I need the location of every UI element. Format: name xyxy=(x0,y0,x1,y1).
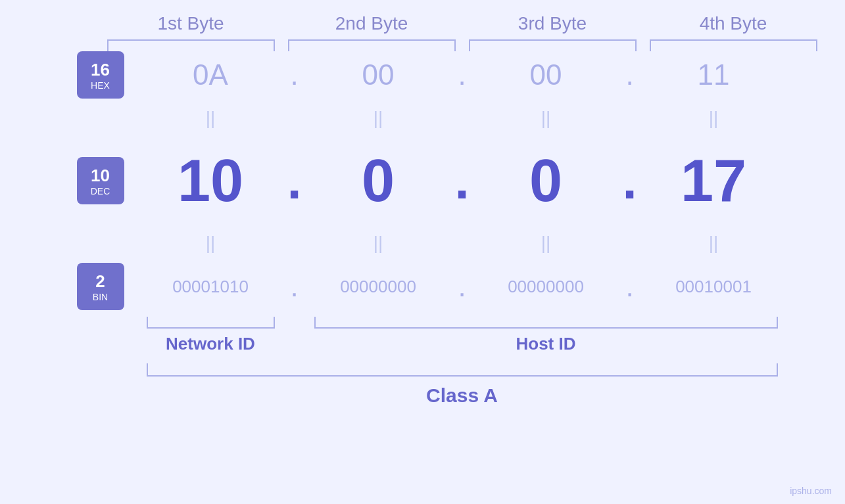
dec-badge-row: 10 DEC xyxy=(77,138,124,223)
class-label: Class A xyxy=(140,384,785,407)
dec-b2: 0 xyxy=(308,138,449,223)
sep-2: || xyxy=(308,108,449,129)
bin-badge: 2 BIN xyxy=(77,263,124,310)
host-bracket xyxy=(314,317,778,329)
bin-b3: 00000000 xyxy=(475,263,617,310)
rows-wrapper: 16 HEX 10 DEC 2 BIN xyxy=(61,51,785,310)
bin-b1: 00001010 xyxy=(140,263,281,310)
dec-data-row: 10 . 0 . 0 . 17 xyxy=(140,138,785,223)
sep-1: || xyxy=(140,108,281,129)
byte-headers: 1st Byte 2nd Byte 3rd Byte 4th Byte xyxy=(101,13,824,39)
dot-hex-2: . xyxy=(449,51,475,99)
dot-dec-2: . xyxy=(449,138,475,223)
sep-5: || xyxy=(140,233,281,254)
dot-hex-3: . xyxy=(617,51,643,99)
watermark: ipshu.com xyxy=(790,486,832,496)
dot-bin-1: . xyxy=(281,263,308,310)
class-left-spacer xyxy=(61,363,140,407)
dec-badge: 10 DEC xyxy=(77,157,124,204)
top-bracket-row xyxy=(101,39,824,51)
label-spacer-1 xyxy=(281,334,308,354)
hex-badge-num: 16 xyxy=(91,60,110,80)
network-id-label: Network ID xyxy=(140,334,281,354)
dec-b4: 17 xyxy=(643,138,785,223)
byte2-header: 2nd Byte xyxy=(281,13,462,39)
sep-4: || xyxy=(643,108,785,129)
class-section: Class A xyxy=(61,363,785,407)
bottom-bracket-row xyxy=(140,317,785,329)
dec-badge-num: 10 xyxy=(91,166,110,186)
dec-b3: 0 xyxy=(475,138,617,223)
bracket-1 xyxy=(107,39,275,51)
dec-b1: 10 xyxy=(140,138,281,223)
bracket-4 xyxy=(650,39,817,51)
bottom-left-spacer xyxy=(61,317,140,354)
bottom-section: Network ID Host ID xyxy=(61,317,785,354)
bin-b4: 00010001 xyxy=(643,263,785,310)
main-container: 1st Byte 2nd Byte 3rd Byte 4th Byte 16 H… xyxy=(61,13,785,407)
bracket-3 xyxy=(469,39,637,51)
hex-b1: 0A xyxy=(140,51,281,99)
hex-badge-row: 16 HEX xyxy=(77,51,124,99)
hex-badge-base: HEX xyxy=(91,81,110,90)
class-bracket xyxy=(147,363,778,377)
net-bracket xyxy=(147,317,275,329)
bottom-label-row: Network ID Host ID xyxy=(140,334,785,354)
right-grid: 0A . 00 . 00 . 11 || || || || 10 xyxy=(140,51,785,310)
bin-badge-num: 2 xyxy=(95,271,105,292)
dot-dec-3: . xyxy=(617,138,643,223)
bin-badge-row: 2 BIN xyxy=(77,263,124,310)
hex-b4: 11 xyxy=(643,51,785,99)
sep-row-2: || || || || xyxy=(140,223,785,263)
bin-b2: 00000000 xyxy=(308,263,449,310)
bottom-right: Network ID Host ID xyxy=(140,317,785,354)
left-badges-col: 16 HEX 10 DEC 2 BIN xyxy=(61,51,140,310)
sep-6: || xyxy=(308,233,449,254)
hex-data-row: 0A . 00 . 00 . 11 xyxy=(140,51,785,99)
byte3-header: 3rd Byte xyxy=(462,13,643,39)
dot-bin-2: . xyxy=(449,263,475,310)
hex-b2: 00 xyxy=(308,51,449,99)
sep-8: || xyxy=(643,233,785,254)
sep-7: || xyxy=(475,233,617,254)
host-id-label: Host ID xyxy=(308,334,785,354)
sep-3: || xyxy=(475,108,617,129)
dot-dec-1: . xyxy=(281,138,308,223)
bracket-2 xyxy=(288,39,456,51)
dec-badge-base: DEC xyxy=(91,187,110,196)
dot-hex-1: . xyxy=(281,51,308,99)
bin-badge-base: BIN xyxy=(93,292,108,302)
byte1-header: 1st Byte xyxy=(101,13,281,39)
sep-row-1: || || || || xyxy=(140,99,785,138)
bracket-spacer-1 xyxy=(281,317,308,329)
bin-data-row: 00001010 . 00000000 . 00000000 . 0001000… xyxy=(140,263,785,310)
dot-bin-3: . xyxy=(617,263,643,310)
hex-badge: 16 HEX xyxy=(77,51,124,99)
hex-b3: 00 xyxy=(475,51,617,99)
byte4-header: 4th Byte xyxy=(643,13,824,39)
class-right: Class A xyxy=(140,363,785,407)
